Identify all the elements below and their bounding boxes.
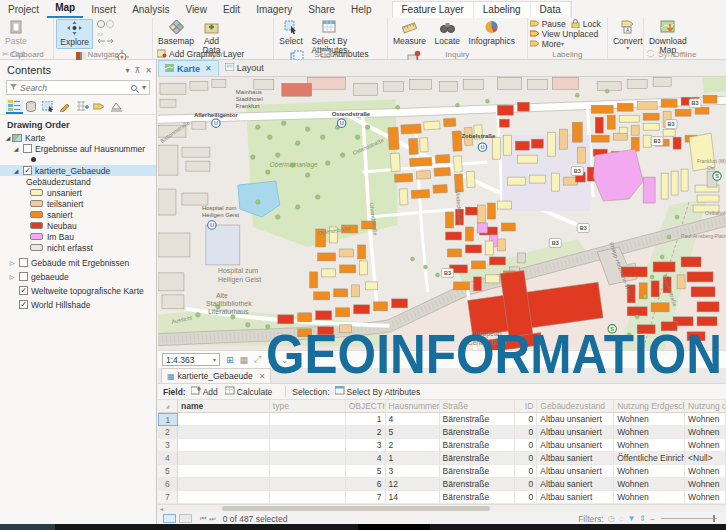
table-cell[interactable]: 6 <box>346 478 386 491</box>
table-cell[interactable]: Wohnen <box>614 491 685 504</box>
table-cell[interactable]: 0 <box>515 439 537 452</box>
row-number-cell[interactable]: 2 <box>158 426 178 439</box>
table-cell[interactable] <box>178 478 270 491</box>
measure-button[interactable]: Measure <box>390 19 429 49</box>
table-cell[interactable]: 3 <box>386 465 440 478</box>
list-by-selection-icon[interactable] <box>40 99 57 114</box>
table-cell[interactable] <box>178 439 270 452</box>
filter-funnel-icon[interactable]: ▼ <box>627 514 635 523</box>
expand-icon[interactable]: ▷ <box>8 259 16 266</box>
table-cell[interactable]: Wohnen <box>614 426 685 439</box>
table-row[interactable]: 332Bärenstraße0Altbau unsaniertWohnenWoh… <box>158 439 726 452</box>
table-tab-kartierte-gebaeude[interactable]: ▦ kartierte_Gebaeude ✕ <box>161 368 271 383</box>
select-by-attributes-button[interactable]: Select By Attributes <box>308 19 350 49</box>
table-cell[interactable] <box>270 465 346 478</box>
column-header[interactable]: Hausnummer <box>386 400 440 413</box>
tab-data[interactable]: Data <box>531 2 571 18</box>
table-cell[interactable]: 14 <box>386 491 440 504</box>
table-cell[interactable]: 0 <box>515 478 537 491</box>
table-cell[interactable]: 0 <box>515 452 537 465</box>
table-cell[interactable]: Öffentliche Einrichtung <box>614 452 685 465</box>
swap-axes-icon[interactable]: ⤢ <box>254 354 261 365</box>
tab-labeling[interactable]: Labeling <box>474 2 531 18</box>
table-cell[interactable]: 0 <box>515 413 537 426</box>
close-icon[interactable]: ✕ <box>145 66 152 75</box>
table-cell[interactable]: 2 <box>386 439 440 452</box>
add-features-icon[interactable]: ⊞ <box>226 355 234 365</box>
layer-hillshade[interactable]: ✓ World Hillshade <box>0 299 156 310</box>
table-cell[interactable]: 4 <box>346 452 386 465</box>
tab-share[interactable]: Share <box>300 2 343 18</box>
list-by-drawing-order-icon[interactable] <box>6 99 23 114</box>
list-by-labeling-icon[interactable] <box>91 99 108 114</box>
legend-item[interactable]: teilsaniert <box>0 198 156 209</box>
list-by-data-source-icon[interactable] <box>23 99 40 114</box>
search-input[interactable] <box>18 82 131 94</box>
expand-icon[interactable]: ◢ <box>12 167 20 174</box>
table-cell[interactable] <box>178 452 270 465</box>
tab-map[interactable]: Map <box>47 0 83 18</box>
table-cell[interactable]: Altbau saniert <box>537 452 614 465</box>
layer-topographic[interactable]: ✓ Weltweite topografische Karte <box>0 285 156 296</box>
table-cell[interactable]: 5 <box>386 426 440 439</box>
table-cell[interactable] <box>178 426 270 439</box>
tab-imagery[interactable]: Imagery <box>248 2 300 18</box>
table-cell[interactable]: 0 <box>515 491 537 504</box>
table-cell[interactable]: 1 <box>386 452 440 465</box>
table-cell[interactable]: 5 <box>346 465 386 478</box>
list-by-perspective-icon[interactable] <box>108 99 125 114</box>
nav-tools-icons[interactable]: ⌕⌕ <box>96 19 116 47</box>
last-record-icon[interactable]: ⏭ <box>209 515 215 523</box>
map-scale-select[interactable]: 1:4.363▾ <box>162 353 220 366</box>
layer-kartierte-gebaeude[interactable]: ◢ ✓ kartierte_Gebaeude <box>0 165 156 176</box>
table-cell[interactable]: 4 <box>386 413 440 426</box>
table-cell[interactable]: Bärenstraße <box>440 426 516 439</box>
download-map-button[interactable]: Download Map <box>646 19 690 49</box>
checkbox-unchecked[interactable] <box>19 272 28 281</box>
form-view-button[interactable] <box>179 514 192 523</box>
tab-help[interactable]: Help <box>343 2 380 18</box>
table-row[interactable]: 553Bärenstraße0Altbau unsaniertWohnenWoh… <box>158 465 726 478</box>
tab-insert[interactable]: Insert <box>83 2 124 18</box>
table-cell[interactable]: Bärenstraße <box>440 491 516 504</box>
table-cell[interactable]: Wohnen <box>685 491 726 504</box>
view-tab-karte[interactable]: Karte✕ <box>158 60 219 76</box>
tab-view[interactable]: View <box>177 2 215 18</box>
pause-label-button[interactable]: Pause <box>530 19 566 29</box>
list-by-editing-icon[interactable] <box>57 99 74 114</box>
layer-gebaeude-mit-ergebnissen[interactable]: ▷ Gebäude mit Ergebnissen <box>0 257 156 268</box>
table-cell[interactable]: Altbau saniert <box>537 491 614 504</box>
view-tab-layout[interactable]: Layout <box>219 60 270 76</box>
table-cell[interactable]: Wohnen <box>614 478 685 491</box>
close-tab-icon[interactable]: ✕ <box>205 64 212 73</box>
layer-gebaeude[interactable]: ▷ gebaeude <box>0 271 156 282</box>
checkbox-unchecked[interactable] <box>19 258 28 267</box>
basemap-button[interactable]: Basemap <box>155 19 197 49</box>
more-labeling-button[interactable]: More▾ <box>530 39 601 49</box>
legend-item[interactable]: unsaniert <box>0 187 156 198</box>
tab-analysis[interactable]: Analysis <box>124 2 177 18</box>
table-cell[interactable]: 7 <box>346 491 386 504</box>
table-cell[interactable]: Wohnen <box>685 413 726 426</box>
table-cell[interactable]: Bärenstraße <box>440 452 516 465</box>
filter-globe-icon[interactable]: ◌ <box>619 514 624 523</box>
table-cell[interactable]: 0 <box>515 465 537 478</box>
table-cell[interactable]: Wohnen <box>685 478 726 491</box>
table-cell[interactable]: Bärenstraße <box>440 439 516 452</box>
table-row[interactable]: 6612Bärenstraße0Altbau saniertWohnenWohn… <box>158 478 726 491</box>
legend-item[interactable]: Neubau <box>0 220 156 231</box>
row-height-slider[interactable] <box>661 518 717 519</box>
table-cell[interactable]: 3 <box>346 439 386 452</box>
layer-ergebnisse[interactable]: ◢ Ergebnisse auf Hausnummer <box>0 143 156 154</box>
checkbox-checked[interactable]: ✓ <box>19 300 28 309</box>
scrollbar-thumb[interactable] <box>222 506 490 511</box>
table-cell[interactable] <box>270 439 346 452</box>
table-row[interactable]: 225Bärenstraße0Altbau unsaniertWohnenWoh… <box>158 426 726 439</box>
calculate-field-button[interactable]: Calculate <box>225 386 272 397</box>
column-header[interactable]: type <box>270 400 346 413</box>
tab-project[interactable]: Project <box>0 2 47 18</box>
row-number-cell[interactable]: 6 <box>158 478 178 491</box>
infographics-button[interactable]: Infographics <box>466 19 518 49</box>
table-cell[interactable] <box>270 452 346 465</box>
table-cell[interactable]: Wohnen <box>614 465 685 478</box>
